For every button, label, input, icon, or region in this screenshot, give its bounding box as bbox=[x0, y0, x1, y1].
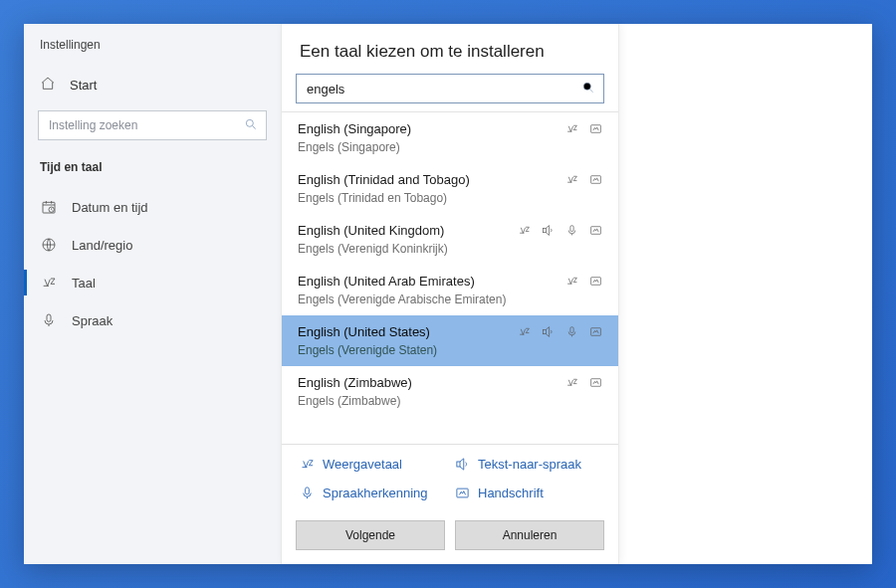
language-localized-name: Engels (Verenigde Arabische Emiraten) bbox=[298, 293, 602, 306]
language-install-dialog: Een taal kiezen om te installeren engels… bbox=[281, 24, 619, 564]
language-name: English (Zimbabwe) bbox=[298, 375, 564, 390]
voice-capability-icon bbox=[564, 224, 578, 238]
svg-point-0 bbox=[246, 119, 253, 126]
legend-display: Weergavetaal bbox=[300, 457, 445, 472]
search-icon bbox=[581, 81, 595, 98]
language-capabilities bbox=[517, 325, 602, 339]
next-button[interactable]: Volgende bbox=[296, 520, 445, 550]
display-capability-icon bbox=[564, 275, 578, 289]
language-search-value: engels bbox=[307, 82, 581, 97]
language-capabilities bbox=[564, 122, 602, 136]
language-list: English (Singapore)Engels (Singapore)Eng… bbox=[282, 111, 618, 444]
language-localized-name: Engels (Zimbabwe) bbox=[298, 394, 602, 408]
sidebar-item-label: Taal bbox=[72, 276, 96, 291]
sidebar-home-label: Start bbox=[70, 78, 97, 93]
svg-rect-13 bbox=[569, 327, 572, 333]
sidebar-section-title: Tijd en taal bbox=[24, 154, 281, 188]
display-capability-icon bbox=[564, 173, 578, 187]
settings-search-placeholder: Instelling zoeken bbox=[49, 118, 244, 132]
language-localized-name: Engels (Singapore) bbox=[298, 140, 602, 154]
tts-capability-icon bbox=[541, 224, 555, 238]
sidebar-nav: Datum en tijdLand/regioTaalSpraak bbox=[24, 188, 281, 339]
dialog-buttons: Volgende Annuleren bbox=[282, 514, 618, 564]
language-localized-name: Engels (Verenigd Koninkrijk) bbox=[298, 242, 602, 256]
language-name: English (United Arab Emirates) bbox=[298, 274, 564, 289]
calendar-clock-icon bbox=[40, 198, 58, 216]
sidebar-item-label: Land/regio bbox=[72, 238, 132, 253]
sidebar-item-land-regio[interactable]: Land/regio bbox=[24, 226, 281, 264]
display-capability-icon bbox=[564, 376, 578, 390]
language-capabilities bbox=[517, 224, 602, 238]
search-icon bbox=[244, 117, 258, 134]
language-row[interactable]: English (United Arab Emirates)Engels (Ve… bbox=[282, 265, 618, 315]
sidebar-home[interactable]: Start bbox=[24, 66, 281, 104]
language-name: English (United States) bbox=[298, 324, 517, 339]
language-row[interactable]: English (United Kingdom)Engels (Verenigd… bbox=[282, 214, 618, 265]
svg-rect-12 bbox=[543, 329, 546, 333]
language-search-input[interactable]: engels bbox=[296, 74, 604, 103]
language-a-icon bbox=[40, 274, 58, 292]
language-name: English (Trinidad and Tobago) bbox=[298, 172, 564, 187]
settings-sidebar: Instellingen Start Instelling zoeken Tij… bbox=[24, 24, 281, 564]
home-icon bbox=[40, 76, 56, 95]
language-capabilities bbox=[564, 376, 602, 390]
hand-capability-icon bbox=[588, 376, 602, 390]
globe-icon bbox=[40, 236, 58, 254]
language-row[interactable]: English (United States)Engels (Verenigde… bbox=[282, 315, 618, 366]
legend-tts: Tekst-naar-spraak bbox=[455, 457, 600, 472]
language-name: English (Singapore) bbox=[298, 121, 564, 136]
language-capabilities bbox=[564, 275, 602, 289]
sidebar-item-label: Datum en tijd bbox=[72, 200, 148, 215]
app-title: Instellingen bbox=[24, 38, 281, 66]
voice-capability-icon bbox=[564, 325, 578, 339]
language-localized-name: Engels (Verenigde Staten) bbox=[298, 343, 602, 357]
svg-rect-9 bbox=[569, 226, 572, 232]
svg-rect-17 bbox=[306, 488, 310, 494]
sidebar-item-label: Spraak bbox=[72, 313, 112, 328]
sidebar-item-spraak[interactable]: Spraak bbox=[24, 301, 281, 339]
hand-capability-icon bbox=[588, 173, 602, 187]
language-row[interactable]: English (Trinidad and Tobago)Engels (Tri… bbox=[282, 163, 618, 214]
tts-capability-icon bbox=[541, 325, 555, 339]
settings-main: Een taal kiezen om te installeren engels… bbox=[281, 24, 872, 564]
settings-window: — □ ✕ Instellingen Start Instelling zoek… bbox=[24, 24, 872, 564]
legend-voice: Spraakherkenning bbox=[300, 486, 445, 500]
hand-capability-icon bbox=[588, 275, 602, 289]
language-capabilities bbox=[564, 173, 602, 187]
sidebar-item-datum-en-tijd[interactable]: Datum en tijd bbox=[24, 188, 281, 226]
language-row[interactable]: English (Singapore)Engels (Singapore) bbox=[282, 112, 618, 163]
language-name: English (United Kingdom) bbox=[298, 223, 517, 238]
svg-point-5 bbox=[583, 83, 590, 90]
dialog-title: Een taal kiezen om te installeren bbox=[282, 24, 618, 74]
display-capability-icon bbox=[517, 224, 531, 238]
display-capability-icon bbox=[517, 325, 531, 339]
display-capability-icon bbox=[564, 122, 578, 136]
settings-search-input[interactable]: Instelling zoeken bbox=[38, 110, 267, 140]
capability-legend: Weergavetaal Tekst-naar-spraak Spraakher… bbox=[282, 444, 618, 514]
cancel-button[interactable]: Annuleren bbox=[455, 520, 604, 550]
hand-capability-icon bbox=[588, 224, 602, 238]
language-localized-name: Engels (Trinidad en Tobago) bbox=[298, 191, 602, 205]
language-row[interactable]: English (Zimbabwe)Engels (Zimbabwe) bbox=[282, 366, 618, 417]
hand-capability-icon bbox=[588, 325, 602, 339]
sidebar-item-taal[interactable]: Taal bbox=[24, 264, 281, 301]
svg-rect-16 bbox=[457, 462, 460, 467]
svg-rect-8 bbox=[543, 228, 546, 232]
microphone-icon bbox=[40, 311, 58, 329]
hand-capability-icon bbox=[588, 122, 602, 136]
svg-rect-4 bbox=[47, 314, 51, 321]
legend-hand: Handschrift bbox=[455, 486, 600, 500]
